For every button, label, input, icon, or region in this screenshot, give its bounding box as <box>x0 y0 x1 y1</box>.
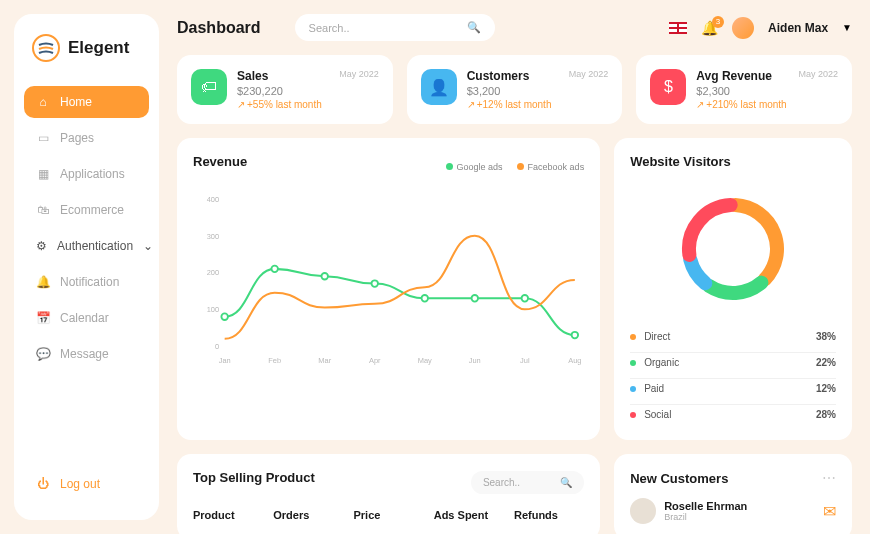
svg-text:Aug: Aug <box>568 356 581 365</box>
sidebar-item-label: Notification <box>60 275 119 289</box>
svg-point-25 <box>522 295 529 302</box>
username: Aiden Max <box>768 21 828 35</box>
page-title: Dashboard <box>177 19 261 37</box>
svg-text:400: 400 <box>207 195 219 204</box>
logout-button[interactable]: ⏻ Log out <box>24 468 149 500</box>
sidebar-item-pages[interactable]: ▭ Pages <box>24 122 149 154</box>
arrow-up-icon: ↗ <box>696 99 704 110</box>
svg-text:Jul: Jul <box>520 356 530 365</box>
svg-text:Jan: Jan <box>219 356 231 365</box>
visitor-row: Paid12% <box>630 378 836 398</box>
legend-dot <box>446 163 453 170</box>
stat-card-sales[interactable]: 🏷 Sales $230,220 ↗+55% last month May 20… <box>177 55 393 124</box>
visitor-row: Organic22% <box>630 352 836 372</box>
customer-avatar <box>630 498 656 524</box>
visitor-label: Paid <box>644 383 664 394</box>
home-icon: ⌂ <box>36 95 50 109</box>
message-icon[interactable]: ✉ <box>823 502 836 521</box>
user-icon: 👤 <box>421 69 457 105</box>
sidebar-item-label: Ecommerce <box>60 203 124 217</box>
visitors-donut <box>673 189 793 309</box>
main-content: Dashboard Search.. 🔍 🔔3 Aiden Max ▼ 🏷 Sa… <box>159 0 870 534</box>
tag-icon: 🏷 <box>191 69 227 105</box>
legend-dot <box>517 163 524 170</box>
avatar[interactable] <box>732 17 754 39</box>
th-product: Product <box>193 509 263 521</box>
svg-text:200: 200 <box>207 268 219 277</box>
visitors-title: Website Visitors <box>630 154 836 169</box>
more-icon[interactable]: ⋯ <box>822 470 836 486</box>
customer-sub: Brazil <box>664 512 747 522</box>
flag-icon[interactable] <box>669 22 687 34</box>
search-placeholder: Search.. <box>483 477 520 488</box>
visitor-value: 12% <box>816 383 836 394</box>
search-input[interactable]: Search.. 🔍 <box>295 14 495 41</box>
notif-icon: 🔔 <box>36 275 50 289</box>
selling-panel: Top Selling Product Search.. 🔍 Product O… <box>177 454 600 534</box>
sidebar-item-label: Authentication <box>57 239 133 253</box>
th-refunds: Refunds <box>514 509 584 521</box>
chart-legend: Google ads Facebook ads <box>446 162 585 172</box>
sidebar-item-label: Calendar <box>60 311 109 325</box>
sidebar-item-calendar[interactable]: 📅 Calendar <box>24 302 149 334</box>
brand-logo[interactable]: Elegent <box>24 34 149 86</box>
sidebar-item-message[interactable]: 💬 Message <box>24 338 149 370</box>
charts-row: Revenue Google ads Facebook ads 01002003… <box>177 138 852 440</box>
brand-name: Elegent <box>68 38 129 58</box>
notification-bell[interactable]: 🔔3 <box>701 20 718 36</box>
search-placeholder: Search.. <box>309 22 350 34</box>
visitor-label: Direct <box>644 331 670 342</box>
visitor-row: Direct38% <box>630 327 836 346</box>
bottom-row: Top Selling Product Search.. 🔍 Product O… <box>177 454 852 534</box>
svg-point-26 <box>572 332 579 339</box>
svg-rect-5 <box>677 22 679 34</box>
stat-date: May 2022 <box>798 69 838 79</box>
svg-text:300: 300 <box>207 232 219 241</box>
auth-icon: ⚙ <box>36 239 47 253</box>
svg-text:0: 0 <box>215 342 219 351</box>
message-icon: 💬 <box>36 347 50 361</box>
topbar-right: 🔔3 Aiden Max ▼ <box>669 17 852 39</box>
svg-point-19 <box>221 313 228 320</box>
stat-value: $2,300 <box>696 85 786 97</box>
revenue-title: Revenue <box>193 154 247 169</box>
customers-title: New Customers <box>630 471 728 486</box>
visitor-dot <box>630 386 636 392</box>
sidebar-item-notification[interactable]: 🔔 Notification <box>24 266 149 298</box>
stat-card-revenue[interactable]: $ Avg Revenue $2,300 ↗+210% last month M… <box>636 55 852 124</box>
visitor-label: Social <box>644 409 671 420</box>
visitor-value: 38% <box>816 331 836 342</box>
stat-card-customers[interactable]: 👤 Customers $3,200 ↗+12% last month May … <box>407 55 623 124</box>
sidebar-item-home[interactable]: ⌂ Home <box>24 86 149 118</box>
ecommerce-icon: 🛍 <box>36 203 50 217</box>
stat-title: Customers <box>467 69 552 83</box>
svg-text:Feb: Feb <box>268 356 281 365</box>
stat-cards-row: 🏷 Sales $230,220 ↗+55% last month May 20… <box>177 55 852 124</box>
customer-row[interactable]: Roselle Ehrman Brazil ✉ <box>630 498 836 524</box>
svg-text:Apr: Apr <box>369 356 381 365</box>
brand-icon <box>32 34 60 62</box>
calendar-icon: 📅 <box>36 311 50 325</box>
selling-search[interactable]: Search.. 🔍 <box>471 471 584 494</box>
visitor-dot <box>630 360 636 366</box>
stat-title: Sales <box>237 69 322 83</box>
pages-icon: ▭ <box>36 131 50 145</box>
logout-icon: ⏻ <box>36 477 50 491</box>
customers-panel: New Customers ⋯ Roselle Ehrman Brazil ✉ <box>614 454 852 534</box>
svg-text:Mar: Mar <box>318 356 331 365</box>
arrow-up-icon: ↗ <box>237 99 245 110</box>
stat-change: ↗+12% last month <box>467 99 552 110</box>
sidebar-item-authentication[interactable]: ⚙ Authentication ⌄ <box>24 230 149 262</box>
chevron-down-icon: ⌄ <box>143 239 153 253</box>
visitor-label: Organic <box>644 357 679 368</box>
svg-text:May: May <box>418 356 432 365</box>
sidebar-item-ecommerce[interactable]: 🛍 Ecommerce <box>24 194 149 226</box>
sidebar-item-label: Applications <box>60 167 125 181</box>
stat-change: ↗+55% last month <box>237 99 322 110</box>
visitors-list: Direct38%Organic22%Paid12%Social28% <box>630 327 836 424</box>
sidebar-item-applications[interactable]: ▦ Applications <box>24 158 149 190</box>
visitor-row: Social28% <box>630 404 836 424</box>
svg-text:100: 100 <box>207 305 219 314</box>
user-menu-caret[interactable]: ▼ <box>842 22 852 33</box>
visitor-dot <box>630 334 636 340</box>
